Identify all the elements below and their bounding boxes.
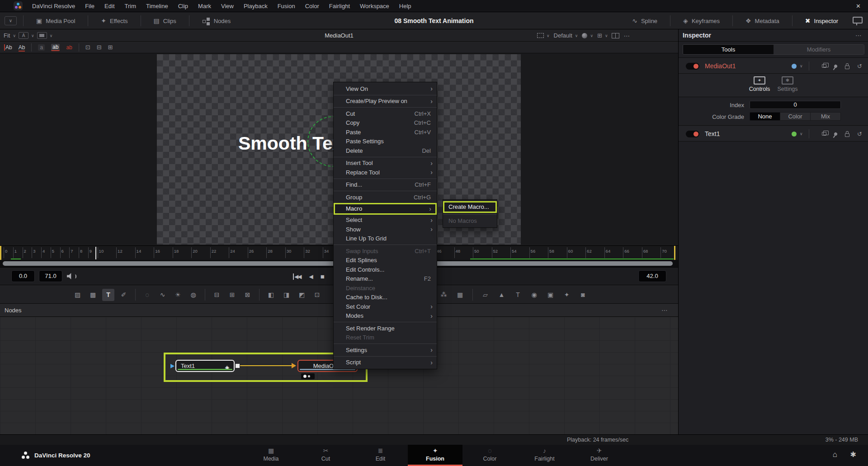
- gear-icon[interactable]: ✱: [850, 450, 856, 459]
- collapse-toolbar-button[interactable]: ∨: [5, 16, 17, 25]
- lock-icon[interactable]: [845, 66, 849, 69]
- bspline-mask-tool-icon[interactable]: ∿: [156, 289, 169, 301]
- zoom-fit-dropdown[interactable]: Fit∨: [4, 32, 16, 39]
- menubar-item-davinci-resolve[interactable]: DaVinci Resolve: [27, 0, 80, 12]
- menubar-item-file[interactable]: File: [80, 0, 99, 12]
- menubar-item-edit[interactable]: Edit: [99, 0, 119, 12]
- resize-tool-icon[interactable]: ⊡: [311, 289, 323, 301]
- text-3d-tool-icon[interactable]: T: [512, 289, 524, 301]
- blur-tool-icon[interactable]: ◧: [265, 289, 277, 301]
- context-menu-item-view-on[interactable]: View On›: [334, 84, 437, 94]
- chevron-down-icon[interactable]: ∨: [800, 58, 803, 74]
- page-tab-deliver[interactable]: ✈Deliver: [572, 445, 627, 466]
- context-menu-item-create-play-preview-on[interactable]: Create/Play Preview on›: [334, 97, 437, 106]
- menubar-item-help[interactable]: Help: [394, 0, 416, 12]
- inspector-options-menu[interactable]: ⋯: [855, 29, 862, 42]
- grade-option-color[interactable]: Color: [780, 113, 811, 120]
- nodes-button[interactable]: Nodes: [196, 12, 237, 29]
- page-tab-fusion[interactable]: ✦Fusion: [408, 445, 462, 466]
- keyframes-button[interactable]: ◈Keyframes: [677, 12, 726, 29]
- text-underline-tool[interactable]: Ab: [19, 44, 25, 51]
- context-menu-item-insert-tool[interactable]: Insert Tool›: [334, 159, 437, 168]
- clips-button[interactable]: ▤Clips: [147, 12, 183, 29]
- copy-settings-icon[interactable]: [822, 64, 826, 68]
- context-menu-item-copy[interactable]: CopyCtrl+C: [334, 118, 437, 128]
- subtab-settings[interactable]: ✱ Settings: [774, 76, 802, 92]
- fast-noise-tool-icon[interactable]: ▩: [87, 289, 99, 301]
- inspector-node-row-text1[interactable]: Text1 ∨ ↺: [679, 125, 868, 141]
- page-tab-cut[interactable]: ✂Cut: [298, 445, 353, 466]
- text-style-ab-tool[interactable]: ab: [51, 44, 60, 51]
- preset-dropdown[interactable]: Default∨: [554, 32, 578, 39]
- text-shading-tool-icon[interactable]: ⊟: [97, 44, 102, 51]
- render-range-start-marker[interactable]: [0, 246, 1, 260]
- lock-icon[interactable]: [845, 133, 849, 137]
- node-navigator-widget[interactable]: [301, 373, 315, 379]
- grade-option-none[interactable]: None: [750, 113, 780, 120]
- context-menu-item-delete[interactable]: DeleteDel: [334, 146, 437, 155]
- go-to-start-button[interactable]: ◀◀: [293, 273, 301, 280]
- context-menu-item-line-up-to-grid[interactable]: Line Up To Grid: [334, 234, 437, 244]
- menubar-item-workspace[interactable]: Workspace: [355, 0, 394, 12]
- context-menu-item-edit-controls[interactable]: Edit Controls...: [334, 265, 437, 274]
- menubar-item-fusion[interactable]: Fusion: [273, 0, 300, 12]
- subtab-controls[interactable]: ✦ Controls: [745, 76, 774, 92]
- window-close-icon[interactable]: ✕: [849, 3, 868, 9]
- spline-button[interactable]: ∿Spline: [626, 12, 664, 29]
- node-connection-line[interactable]: [240, 365, 293, 366]
- context-menu-item-set-render-range[interactable]: Set Render Range: [334, 324, 437, 333]
- p-render-tool-icon[interactable]: ▦: [454, 289, 466, 301]
- menubar-item-mark[interactable]: Mark: [193, 0, 216, 12]
- text-insert-cursor-tool[interactable]: Ab: [4, 44, 12, 51]
- view-mode-dropdown[interactable]: ∨: [37, 32, 53, 39]
- node-text1[interactable]: Text1 ◈: [175, 360, 235, 372]
- pin-icon[interactable]: [834, 132, 838, 136]
- media-pool-button[interactable]: ▣Media Pool: [30, 12, 81, 29]
- reset-icon[interactable]: ↺: [857, 63, 862, 70]
- inspector-button[interactable]: ✖Inspector: [799, 12, 844, 29]
- context-menu-item-cache-to-disk[interactable]: Cache to Disk...: [334, 293, 437, 302]
- audio-mute-button[interactable]: [67, 273, 76, 279]
- matte-control-tool-icon[interactable]: ⊞: [226, 289, 238, 301]
- reset-icon[interactable]: ↺: [857, 131, 862, 137]
- transform-tool-icon[interactable]: ◩: [296, 289, 308, 301]
- context-menu-item-rename[interactable]: Rename...F2: [334, 274, 437, 284]
- guides-dropdown[interactable]: ⊞∨: [597, 32, 608, 39]
- context-menu-item-group[interactable]: GroupCtrl+G: [334, 193, 437, 202]
- context-menu-item-edit-splines[interactable]: Edit Splines: [334, 256, 437, 265]
- text-layout-tool-icon[interactable]: ⊞: [108, 44, 113, 51]
- node-enable-toggle[interactable]: [686, 131, 699, 137]
- stop-button[interactable]: ■: [321, 273, 325, 280]
- chevron-down-icon[interactable]: ∨: [800, 126, 803, 142]
- merge-tool-icon[interactable]: ⊟: [211, 289, 223, 301]
- version-color-dot[interactable]: [792, 132, 797, 137]
- range-end-field[interactable]: 71.0: [39, 270, 62, 282]
- index-input[interactable]: 0: [750, 101, 841, 109]
- color-corrector-tool-icon[interactable]: ☀: [172, 289, 184, 301]
- page-tab-media[interactable]: ▦Media: [244, 445, 298, 466]
- render-range-end-marker[interactable]: [674, 246, 675, 260]
- context-menu-item-macro[interactable]: Macro›: [334, 203, 437, 215]
- roi-dropdown[interactable]: ∨: [537, 33, 550, 38]
- context-menu-item-select[interactable]: Select›: [334, 216, 437, 225]
- context-menu-item-show[interactable]: Show›: [334, 225, 437, 234]
- image-plane-3d-tool-icon[interactable]: ▱: [479, 289, 491, 301]
- metadata-button[interactable]: ❖Metadata: [739, 12, 786, 29]
- page-tab-edit[interactable]: ≣Edit: [353, 445, 408, 466]
- copy-settings-icon[interactable]: [822, 132, 826, 136]
- node-output-connector[interactable]: [236, 364, 240, 368]
- submenu-item-create-macro[interactable]: Create Macro...: [443, 201, 497, 213]
- context-menu-item-find[interactable]: Find...Ctrl+F: [334, 180, 437, 190]
- p-emitter-tool-icon[interactable]: ⁂: [438, 289, 450, 301]
- viewer-options-menu[interactable]: ⋯: [623, 32, 630, 39]
- dual-viewer-toggle-icon[interactable]: [612, 33, 619, 38]
- context-menu-item-settings[interactable]: Settings›: [334, 345, 437, 355]
- context-menu-item-set-color[interactable]: Set Color›: [334, 302, 437, 311]
- text-style-a-tool[interactable]: a: [38, 44, 45, 51]
- merge-3d-tool-icon[interactable]: ◉: [528, 289, 540, 301]
- node-enable-toggle[interactable]: [686, 63, 699, 70]
- spot-light-tool-icon[interactable]: ✦: [561, 289, 573, 301]
- channel-booleans-tool-icon[interactable]: ⊠: [241, 289, 254, 301]
- effects-button[interactable]: ✦Effects: [94, 12, 134, 29]
- polygon-mask-tool-icon[interactable]: ◌: [141, 289, 153, 301]
